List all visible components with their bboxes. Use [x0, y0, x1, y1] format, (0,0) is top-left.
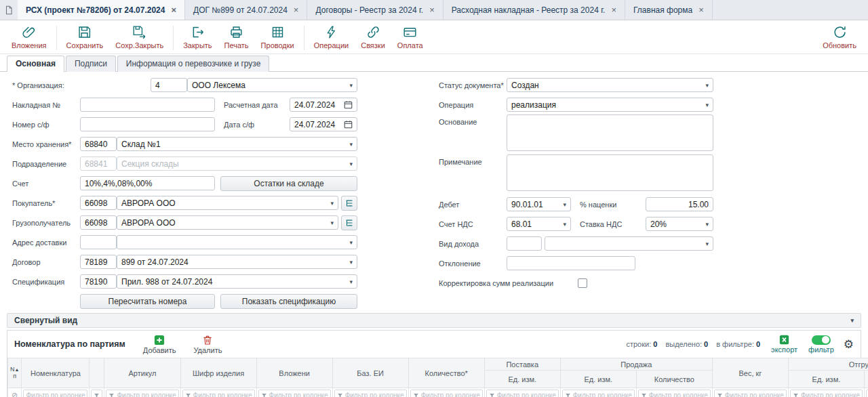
sf-date-input[interactable]: 24.07.2024 — [290, 117, 357, 131]
postings-button[interactable]: Проводки — [255, 24, 300, 51]
payment-button[interactable]: Оплата — [391, 24, 429, 51]
collapsed-view-label: Свернутый вид — [14, 316, 77, 325]
deviation-input[interactable] — [507, 256, 635, 270]
tab-signatures[interactable]: Подписи — [66, 56, 116, 72]
col-attachments[interactable]: Вложени — [256, 358, 332, 388]
income-type-select[interactable]: ▾ — [545, 236, 713, 251]
note-textarea[interactable] — [507, 154, 713, 191]
tab-cargo-info[interactable]: Информация о перевозчике и грузе — [117, 56, 270, 72]
window-tab-contracts[interactable]: Договоры - Реестр за 2024 г. × — [307, 0, 443, 20]
attachments-button[interactable]: Вложения — [5, 24, 53, 51]
close-icon[interactable]: × — [698, 5, 704, 14]
close-icon[interactable]: × — [611, 5, 616, 14]
refresh-button[interactable]: Обновить — [816, 24, 863, 51]
operation-select[interactable]: реализация ▾ — [507, 98, 713, 112]
markup-input[interactable]: 15.00 — [646, 197, 713, 211]
close-icon[interactable]: × — [294, 5, 299, 14]
operations-button[interactable]: Операции — [308, 24, 355, 51]
col-nomenclature[interactable]: Номенклатура — [22, 358, 90, 388]
window-tab-invoice-registry[interactable]: Расходная накладная - Реестр за 2024 г. … — [443, 0, 625, 20]
col-shipment-unit[interactable]: Ед. изм. — [788, 371, 864, 388]
contract-select[interactable]: 899 от 24.07.2024 ▾ — [117, 255, 357, 269]
spec-code-input[interactable]: 78190 — [80, 274, 117, 289]
circle-slash-icon[interactable]: ⊘ — [9, 391, 20, 397]
col-base-unit[interactable]: Баз. ЕИ — [332, 358, 408, 388]
collapsed-view-bar[interactable]: Свернутый вид ▾ — [7, 313, 861, 328]
status-select[interactable]: Создан ▾ — [507, 78, 713, 92]
filter-input[interactable]: Фильтр по колонке — [106, 390, 178, 397]
close-button[interactable]: Закрыть — [177, 24, 218, 51]
window-tab-rsx[interactable]: РСХ (проект №78206) от 24.07.2024 × — [18, 0, 185, 20]
income-type-code-input[interactable] — [507, 236, 542, 251]
sf-number-input[interactable] — [80, 117, 215, 131]
delivery-address-code-input[interactable] — [80, 235, 117, 249]
storage-select[interactable]: Склад №1 ▾ — [117, 137, 357, 151]
account-label: Счет — [12, 180, 80, 188]
col-weight[interactable]: Вес, кг — [712, 358, 788, 388]
tab-main[interactable]: Основная — [7, 56, 64, 72]
close-icon[interactable]: × — [171, 5, 176, 14]
filter-input[interactable]: Фильтр по колонке — [334, 390, 407, 397]
basis-textarea[interactable] — [507, 114, 713, 151]
gear-icon[interactable]: ⚙ — [844, 339, 854, 350]
col-product-code[interactable]: Шифр изделия — [180, 358, 256, 388]
col-quantity[interactable]: Количество* — [408, 358, 484, 388]
filter-input[interactable]: Фильтр по колонке — [790, 390, 863, 397]
org-code-input[interactable]: 4 — [151, 78, 187, 92]
consignee-hierarchy-button[interactable] — [341, 215, 357, 230]
calc-date-input[interactable]: 24.07.2024 — [290, 98, 357, 112]
filter-input[interactable]: Фильтр по колонке — [23, 390, 87, 397]
col-sale-quantity[interactable]: Количество — [636, 371, 712, 388]
buyer-hierarchy-button[interactable] — [341, 196, 357, 211]
col-action[interactable] — [90, 358, 104, 388]
add-row-button[interactable]: Добавить — [143, 335, 176, 354]
contract-code-input[interactable]: 78189 — [80, 255, 117, 269]
calendar-icon[interactable] — [344, 120, 353, 129]
col-rownum[interactable]: N▲ п — [8, 358, 22, 388]
correction-checkbox[interactable] — [578, 278, 587, 288]
window-tab-label: ДОГ №899 от 24.07.2024 — [193, 5, 288, 15]
delivery-address-select[interactable]: ▾ — [117, 235, 357, 249]
filter-input[interactable] — [91, 390, 102, 397]
save-close-button[interactable]: Сохр.Закрыть — [109, 24, 170, 51]
show-spec-button[interactable]: Показать спецификацию — [220, 294, 357, 309]
filter-toggle-button[interactable]: фильтр — [808, 335, 834, 354]
filter-input[interactable]: Фильтр по колонке — [182, 390, 255, 397]
window-tab-main-form[interactable]: Главная форма × — [625, 0, 713, 20]
close-icon[interactable]: × — [429, 5, 435, 14]
vat-account-select[interactable]: 68.01 ▾ — [507, 217, 571, 231]
save-button[interactable]: Сохранить — [60, 24, 110, 51]
delete-row-button[interactable]: Удалить — [193, 335, 222, 354]
invoice-number-input[interactable] — [80, 98, 215, 112]
vat-rate-select[interactable]: 20% ▾ — [646, 217, 713, 231]
toggle-on-icon[interactable] — [812, 335, 831, 345]
filter-input[interactable]: Фильтр по колонке — [486, 390, 559, 397]
filter-input[interactable]: Фильтр по колонке — [410, 390, 483, 397]
col-article[interactable]: Артикул — [104, 358, 180, 388]
export-button[interactable]: экспорт — [771, 335, 797, 354]
consignee-code-input[interactable]: 66098 — [80, 215, 117, 230]
toolbar-separator — [56, 26, 57, 50]
stock-balance-button[interactable]: Остатки на складе — [220, 176, 357, 191]
filter-input[interactable]: Фильтр по колонке — [562, 390, 635, 397]
links-button[interactable]: Связки — [355, 24, 391, 51]
calendar-icon[interactable] — [344, 100, 353, 109]
spec-select[interactable]: Прил. 988 от 24.07.2024 ▾ — [117, 274, 357, 289]
org-select[interactable]: ООО Лексема ▾ — [187, 78, 357, 92]
buyer-code-input[interactable]: 66098 — [80, 196, 117, 210]
print-button[interactable]: Печать — [218, 24, 255, 51]
consignee-select[interactable]: АВРОРА ООО ▾ — [117, 215, 338, 230]
window-tab-dog[interactable]: ДОГ №899 от 24.07.2024 × — [185, 0, 307, 20]
col-shipment-quantity[interactable]: Количество — [864, 371, 868, 388]
debit-select[interactable]: 90.01.01 ▾ — [507, 197, 571, 211]
buyer-select[interactable]: АВРОРА ООО ▾ — [117, 196, 338, 210]
recalc-numbers-button[interactable]: Пересчитать номера — [80, 294, 215, 309]
grid-toolbar: Номенклатура по партиям Добавить Удалить… — [7, 331, 861, 358]
filter-input[interactable]: Фильтр по колонке — [258, 390, 331, 397]
storage-code-input[interactable]: 68840 — [80, 137, 117, 151]
filter-input[interactable]: Фильтр по колонке — [714, 390, 787, 397]
col-supply-unit[interactable]: Ед. изм. — [484, 371, 560, 388]
filter-input[interactable]: Фильтр по колонке — [638, 390, 711, 397]
col-sale-unit[interactable]: Ед. изм. — [560, 371, 636, 388]
account-input[interactable]: 10%,4%,08%,00% — [80, 176, 215, 190]
